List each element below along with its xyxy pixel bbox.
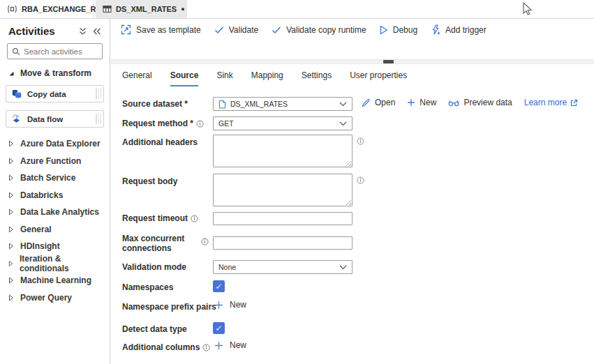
preview-glasses-icon	[448, 99, 459, 107]
additional-headers-textarea[interactable]	[214, 135, 352, 167]
expanded-triangle-icon	[8, 70, 15, 77]
drag-grip[interactable]	[96, 114, 101, 124]
request-timeout-label: Request timeout	[122, 213, 205, 223]
save-as-template-button[interactable]: Save as template	[121, 24, 201, 35]
validate-copy-runtime-button[interactable]: Validate copy runtime	[272, 25, 366, 35]
tab-general[interactable]: General	[122, 70, 152, 86]
collapse-all-chevrons-down-icon[interactable]	[79, 27, 87, 36]
source-dataset-label: Source dataset *	[122, 99, 205, 109]
category-data-lake-analytics[interactable]: Data Lake Analytics	[0, 204, 110, 221]
category-iteration-conditionals[interactable]: Iteration & conditionals	[0, 255, 110, 273]
copy-data-icon	[11, 89, 22, 99]
category-azure-function[interactable]: Azure Function	[0, 153, 110, 170]
category-list: Azure Data Explorer Azure Function Batch…	[0, 135, 110, 306]
open-dataset-button[interactable]: Open	[362, 98, 395, 107]
dataset-file-icon	[218, 100, 226, 109]
sidebar-header: Activities	[0, 19, 110, 42]
search-activities-input[interactable]	[24, 47, 98, 56]
tab-dataset-ds-xml-rates[interactable]: DS_XML_RATES ●	[96, 0, 187, 18]
tab-label: DS_XML_RATES	[116, 5, 177, 13]
tab-source[interactable]: Source	[170, 70, 199, 86]
category-hdinsight[interactable]: HDInsight	[0, 238, 110, 255]
plus-icon	[407, 98, 415, 107]
request-body-label: Request body	[122, 176, 205, 186]
category-general[interactable]: General	[0, 221, 110, 238]
activity-config-tabs: General Source Sink Mapping Settings Use…	[122, 70, 407, 86]
tab-pipeline-rba-exchange[interactable]: RBA_EXCHANGE_R... ●	[0, 0, 94, 18]
category-azure-data-explorer[interactable]: Azure Data Explorer	[0, 135, 110, 153]
add-namespace-prefix-pair-button[interactable]: New	[214, 300, 246, 310]
info-icon[interactable]	[196, 120, 204, 128]
mouse-cursor	[522, 2, 533, 16]
tab-user-properties[interactable]: User properties	[350, 70, 407, 86]
detect-data-type-label: Detect data type	[122, 324, 205, 334]
panel-splitter[interactable]	[111, 59, 594, 64]
plus-icon	[214, 301, 223, 310]
info-icon[interactable]	[357, 176, 364, 184]
request-method-label: Request method *	[122, 119, 205, 128]
save-as-template-icon	[121, 24, 131, 35]
learn-more-link[interactable]: Learn more	[524, 98, 578, 107]
adf-authoring-window: RBA_EXCHANGE_R... ● DS_XML_RATES ●	[0, 0, 594, 364]
activity-copy-data[interactable]: Copy data	[6, 85, 104, 103]
new-dataset-button[interactable]: New	[407, 98, 436, 107]
max-concurrent-connections-input[interactable]	[213, 236, 352, 250]
tab-sink[interactable]: Sink	[216, 70, 232, 86]
dataset-table-icon	[103, 5, 112, 13]
detect-data-type-checkbox[interactable]	[213, 322, 225, 334]
debug-button[interactable]: Debug	[380, 25, 417, 35]
activities-sidebar: Activities	[0, 19, 110, 364]
pencil-icon	[362, 98, 371, 107]
document-tabstrip: RBA_EXCHANGE_R... ● DS_XML_RATES ●	[0, 0, 594, 19]
play-icon	[380, 25, 388, 35]
info-icon[interactable]	[357, 137, 364, 145]
info-icon[interactable]	[191, 215, 198, 222]
collapse-panel-chevrons-left-icon[interactable]	[93, 28, 101, 35]
info-icon[interactable]	[202, 344, 210, 351]
pipeline-canvas[interactable]	[110, 40, 594, 59]
search-icon	[12, 47, 20, 56]
check-icon	[214, 26, 224, 34]
preview-data-button[interactable]: Preview data	[448, 98, 512, 107]
category-databricks[interactable]: Databricks	[0, 187, 110, 204]
additional-columns-label: Additional columns	[122, 342, 220, 352]
tab-settings[interactable]: Settings	[302, 70, 332, 86]
namespaces-checkbox[interactable]	[213, 280, 225, 292]
pipeline-icon	[7, 5, 17, 13]
search-activities-box	[7, 43, 103, 59]
chevron-down-icon	[339, 102, 347, 107]
chevron-down-icon	[339, 121, 347, 126]
sidebar-title: Activities	[8, 25, 79, 37]
unsaved-dot: ●	[181, 6, 184, 13]
add-trigger-button[interactable]: Add trigger	[431, 24, 487, 35]
lightning-plus-icon	[431, 24, 440, 35]
additional-headers-label: Additional headers	[122, 137, 205, 147]
max-concurrent-connections-label: Max concurrent connections	[122, 234, 192, 253]
request-timeout-input[interactable]	[213, 212, 352, 225]
plus-icon	[214, 341, 223, 350]
validation-mode-label: Validation mode	[122, 262, 205, 272]
data-flow-icon	[11, 114, 22, 124]
validate-button[interactable]: Validate	[214, 25, 258, 35]
validation-mode-select[interactable]: None	[213, 260, 352, 274]
external-link-icon	[570, 99, 578, 107]
namespace-prefix-pairs-label: Namespace prefix pairs	[122, 302, 220, 312]
tab-mapping[interactable]: Mapping	[251, 70, 283, 86]
add-additional-column-button[interactable]: New	[214, 340, 246, 350]
namespaces-label: Namespaces	[122, 282, 205, 292]
drag-grip[interactable]	[96, 89, 101, 99]
request-method-select[interactable]: GET	[213, 116, 352, 130]
info-icon[interactable]	[201, 238, 209, 245]
panel-resize-handle[interactable]	[383, 60, 394, 63]
source-dataset-select[interactable]: DS_XML_RATES	[213, 97, 352, 111]
check-icon	[272, 26, 281, 34]
tab-label: RBA_EXCHANGE_R...	[22, 5, 103, 13]
group-move-and-transform[interactable]: Move & transform	[0, 59, 110, 82]
chevron-down-icon	[339, 265, 347, 270]
activity-data-flow[interactable]: Data flow	[6, 110, 104, 128]
request-body-textarea[interactable]	[214, 174, 352, 206]
category-power-query[interactable]: Power Query	[0, 289, 110, 307]
pipeline-toolbar: Save as template Validate Validate copy …	[110, 19, 594, 40]
category-batch-service[interactable]: Batch Service	[0, 169, 110, 187]
category-machine-learning[interactable]: Machine Learning	[0, 272, 110, 289]
